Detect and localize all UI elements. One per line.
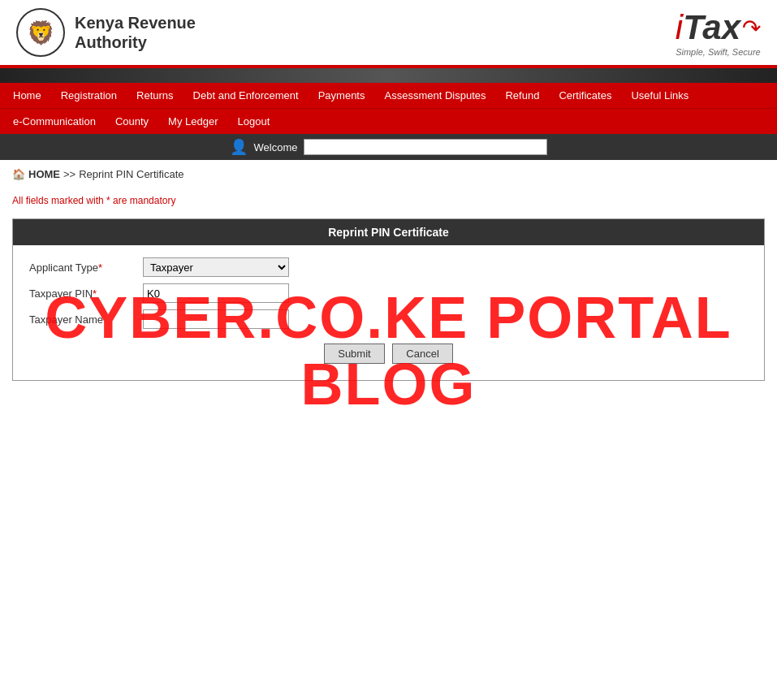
nav-payments[interactable]: Payments	[309, 83, 375, 108]
cancel-button[interactable]: Cancel	[392, 344, 452, 364]
breadcrumb-home[interactable]: HOME	[28, 168, 60, 180]
taxpayer-pin-input[interactable]	[143, 283, 289, 303]
nav-my-ledger[interactable]: My Ledger	[158, 109, 227, 134]
form-title: Reprint PIN Certificate	[13, 219, 764, 245]
welcome-username	[304, 139, 547, 155]
taxpayer-name-row: Taxpayer Name	[29, 309, 748, 329]
nav-useful-links[interactable]: Useful Links	[621, 83, 698, 108]
nav-county[interactable]: County	[106, 109, 158, 134]
nav-ecommunication[interactable]: e-Communication	[3, 109, 106, 134]
kra-logo: 🦁	[16, 8, 65, 57]
taxpayer-name-input[interactable]	[143, 309, 289, 329]
breadcrumb-current: Reprint PIN Certificate	[79, 168, 183, 180]
itax-swoosh-icon: ↷	[742, 15, 761, 41]
breadcrumb-separator: >>	[63, 168, 76, 180]
kra-branding: 🦁 Kenya Revenue Authority	[16, 8, 196, 57]
applicant-type-select[interactable]: Taxpayer Tax Agent	[143, 257, 289, 277]
breadcrumb: 🏠 HOME >> Reprint PIN Certificate	[0, 160, 777, 188]
itax-tagline: Simple, Swift, Secure	[676, 47, 761, 57]
nav-refund[interactable]: Refund	[495, 83, 549, 108]
kra-name: Kenya Revenue Authority	[75, 13, 196, 52]
nav-registration[interactable]: Registration	[51, 83, 127, 108]
secondary-nav: e-Communication County My Ledger Logout	[0, 108, 777, 134]
nav-certificates[interactable]: Certificates	[549, 83, 621, 108]
submit-button[interactable]: Submit	[324, 344, 384, 364]
welcome-bar: 👤 Welcome	[0, 134, 777, 160]
taxpayer-name-label: Taxpayer Name	[29, 313, 143, 326]
taxpayer-pin-label: Taxpayer PIN*	[29, 287, 143, 300]
welcome-label: Welcome	[254, 141, 298, 153]
form-buttons: Submit Cancel	[29, 335, 748, 368]
user-icon: 👤	[230, 138, 248, 156]
decorative-bar	[0, 68, 777, 83]
itax-tax: Tax	[683, 8, 740, 47]
home-icon: 🏠	[12, 168, 25, 180]
form-body: Applicant Type* Taxpayer Tax Agent Taxpa…	[13, 245, 764, 380]
nav-home[interactable]: Home	[3, 83, 51, 108]
kra-lion-icon: 🦁	[27, 19, 55, 46]
applicant-type-label: Applicant Type*	[29, 261, 143, 274]
nav-debt-enforcement[interactable]: Debt and Enforcement	[183, 83, 309, 108]
nav-assessment-disputes[interactable]: Assessment Disputes	[374, 83, 495, 108]
header: 🦁 Kenya Revenue Authority i Tax ↷ Simple…	[0, 0, 777, 68]
itax-i: i	[676, 8, 683, 47]
primary-nav: Home Registration Returns Debt and Enfor…	[0, 83, 777, 108]
taxpayer-pin-row: Taxpayer PIN*	[29, 283, 748, 303]
nav-logout[interactable]: Logout	[228, 109, 280, 134]
applicant-type-row: Applicant Type* Taxpayer Tax Agent	[29, 257, 748, 277]
nav-returns[interactable]: Returns	[127, 83, 183, 108]
mandatory-note: All fields marked with * are mandatory	[0, 188, 777, 214]
reprint-pin-form: Reprint PIN Certificate Applicant Type* …	[12, 218, 765, 381]
itax-branding: i Tax ↷ Simple, Swift, Secure	[676, 8, 761, 57]
